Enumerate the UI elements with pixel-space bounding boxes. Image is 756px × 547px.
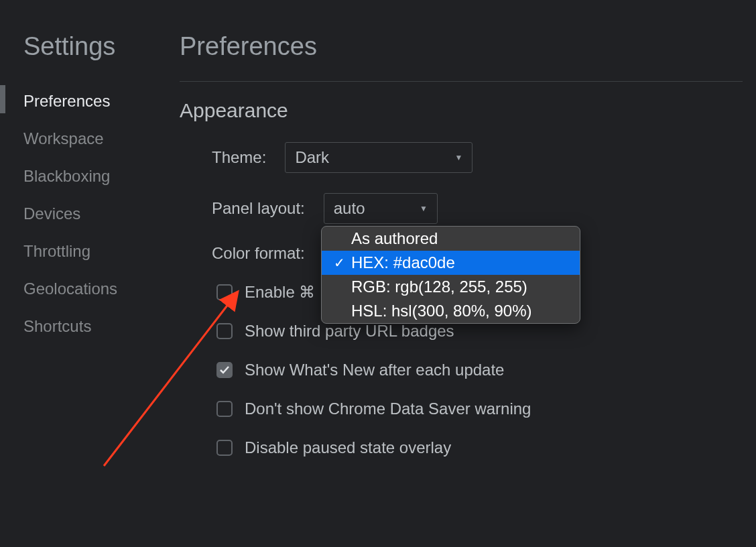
checkbox-row-data-saver[interactable]: Don't show Chrome Data Saver warning (180, 400, 743, 418)
dropdown-option-as-authored[interactable]: As authored (322, 227, 580, 251)
sidebar-item-label: Workspace (23, 129, 104, 147)
sidebar-item-preferences[interactable]: Preferences (23, 82, 154, 120)
dropdown-option-label: HSL: hsl(300, 80%, 90%) (351, 302, 531, 320)
sidebar-item-label: Preferences (23, 92, 110, 110)
checkbox-label: Don't show Chrome Data Saver warning (245, 400, 531, 418)
dropdown-option-rgb[interactable]: RGB: rgb(128, 255, 255) (322, 275, 580, 299)
panel-layout-select-value: auto (334, 199, 365, 218)
check-icon: ✓ (331, 255, 347, 271)
theme-select[interactable]: Dark ▼ (285, 142, 472, 173)
sidebar-item-label: Shortcuts (23, 317, 91, 335)
checkbox-row-third-party-badges[interactable]: Show third party URL badges (180, 322, 743, 341)
checkbox-row-paused-overlay[interactable]: Disable paused state overlay (180, 438, 743, 457)
color-format-label: Color format: (212, 244, 305, 263)
checkbox-label: Show What's New after each update (245, 361, 504, 379)
dropdown-option-label: As authored (351, 229, 438, 248)
checkbox-label: Disable paused state overlay (245, 438, 451, 457)
dropdown-option-label: RGB: rgb(128, 255, 255) (351, 278, 527, 296)
page-title: Preferences (180, 32, 743, 82)
checkbox[interactable] (216, 362, 233, 378)
caret-down-icon: ▼ (420, 204, 428, 213)
theme-select-value: Dark (295, 148, 329, 167)
sidebar-item-geolocations[interactable]: Geolocations (23, 270, 154, 308)
checkbox[interactable] (216, 440, 233, 456)
panel-layout-row: Panel layout: auto ▼ (180, 193, 743, 224)
sidebar-item-label: Geolocations (23, 280, 117, 298)
color-format-dropdown: As authored ✓ HEX: #dac0de RGB: rgb(128,… (321, 226, 580, 324)
panel-layout-select[interactable]: auto ▼ (324, 193, 438, 224)
sidebar-item-blackboxing[interactable]: Blackboxing (23, 158, 154, 195)
sidebar-item-shortcuts[interactable]: Shortcuts (23, 308, 154, 345)
dropdown-option-hex[interactable]: ✓ HEX: #dac0de (322, 251, 580, 275)
checkbox[interactable] (216, 284, 233, 300)
dropdown-option-label: HEX: #dac0de (351, 253, 455, 272)
sidebar-item-label: Blackboxing (23, 167, 110, 185)
sidebar-item-workspace[interactable]: Workspace (23, 120, 154, 158)
sidebar-item-label: Devices (23, 204, 80, 223)
section-title-appearance: Appearance (180, 99, 743, 122)
sidebar-item-devices[interactable]: Devices (23, 195, 154, 233)
sidebar-item-throttling[interactable]: Throttling (23, 233, 154, 270)
caret-down-icon: ▼ (454, 153, 462, 162)
sidebar-title: Settings (23, 32, 154, 61)
checkbox[interactable] (216, 401, 233, 417)
checkbox-label: Enable ⌘ (245, 283, 315, 302)
checkbox-row-whats-new[interactable]: Show What's New after each update (180, 361, 743, 379)
theme-label: Theme: (212, 148, 266, 167)
dropdown-option-hsl[interactable]: HSL: hsl(300, 80%, 90%) (322, 299, 580, 323)
checkbox-label: Show third party URL badges (245, 322, 454, 341)
panel-layout-label: Panel layout: (212, 199, 305, 218)
sidebar-item-label: Throttling (23, 242, 90, 260)
theme-row: Theme: Dark ▼ (180, 142, 743, 173)
checkbox[interactable] (216, 323, 233, 339)
sidebar: Settings Preferences Workspace Blackboxi… (0, 13, 154, 547)
